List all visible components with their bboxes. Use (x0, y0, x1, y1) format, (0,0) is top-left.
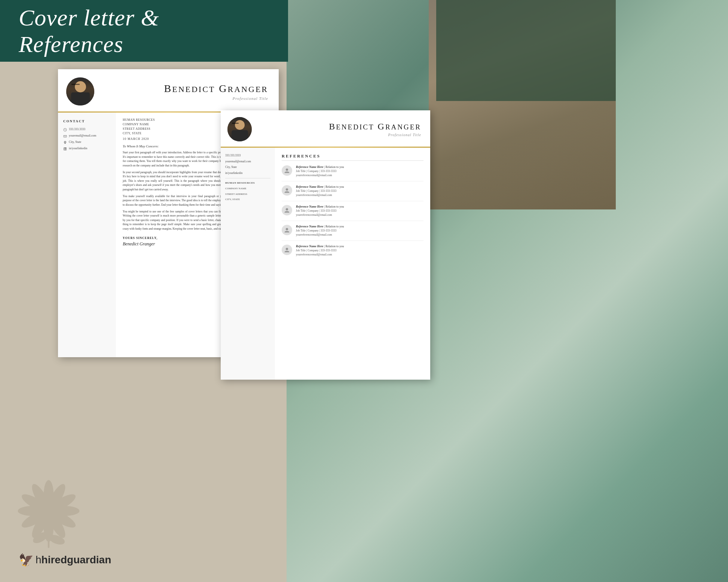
svg-point-16 (64, 128, 67, 131)
ref-person-icon-4 (282, 225, 292, 235)
ref-linkedin: in/yourlinkedin (225, 171, 270, 175)
reference-item-2: Reference Name Here | Relation to you Jo… (282, 185, 423, 201)
ref-name-3: Reference Name Here | Relation to you (296, 205, 423, 208)
ref-item-text-5: Reference Name Here | Relation to you Jo… (296, 245, 423, 257)
ref-name-5: Reference Name Here | Relation to you (296, 245, 423, 248)
floral-watermark (7, 470, 90, 552)
phone-icon (63, 128, 67, 132)
ref-job-1: Job Title | Company | 333-333-3333 (296, 169, 423, 174)
phone-text: 333.333.3333 (69, 128, 85, 131)
svg-point-25 (286, 228, 288, 230)
ref-item-text-4: Reference Name Here | Relation to you Jo… (296, 225, 423, 237)
city-item: City, State (63, 140, 111, 144)
linkedin-text: in/yourlinkedin (69, 147, 87, 150)
ref-name-2: Reference Name Here | Relation to you (296, 185, 423, 189)
ref-job-4: Job Title | Company | 333-333-3333 (296, 229, 423, 233)
ref-email-3: yourreferenceemail@email.com (296, 213, 423, 217)
banner: Cover letter & References (0, 0, 288, 62)
ref-item-text-2: Reference Name Here | Relation to you Jo… (296, 185, 423, 197)
cover-letter-sidebar: CONTACT 333.333.3333 youremail@email.com (58, 113, 116, 357)
svg-point-12 (43, 505, 55, 517)
phone-item: 333.333.3333 (63, 128, 111, 132)
svg-rect-20 (64, 148, 65, 150)
svg-point-22 (286, 168, 288, 171)
cover-letter-name-area: Benedict Granger Professional Title (102, 83, 268, 101)
svg-point-18 (65, 142, 65, 143)
ref-city-state: CITY, STATE (225, 198, 270, 202)
ref-company: COMPANY NAME (225, 187, 270, 191)
cover-letter-header: Benedict Granger Professional Title (58, 69, 279, 112)
city-text: City, State (69, 140, 81, 144)
ref-recipient: HUMAN RESOURCES COMPANY NAME STREET ADDR… (225, 181, 270, 202)
ref-email-2: yourreferenceemail@email.com (296, 193, 423, 197)
cover-letter-name: Benedict Granger (102, 83, 268, 95)
logo-bird-icon: 🦅 (19, 553, 34, 567)
contact-label: CONTACT (63, 119, 111, 123)
reference-item-3: Reference Name Here | Relation to you Jo… (282, 205, 423, 221)
ref-city: City, State (225, 165, 270, 169)
ref-email-4: yourreferenceemail@email.com (296, 233, 423, 237)
ref-email-5: yourreferenceemail@email.com (296, 253, 423, 257)
ref-job-2: Job Title | Company | 333-333-3333 (296, 189, 423, 193)
ref-address: STREET ADDRESS (225, 193, 270, 196)
references-sidebar: 333.333.3333 youremail@email.com City, S… (221, 148, 275, 380)
location-icon (63, 141, 67, 144)
reference-item-1: Reference Name Here | Relation to you Jo… (282, 165, 423, 181)
references-header: Benedict Granger Professional Title (221, 110, 430, 147)
ref-phone: 333.333.3333 (225, 154, 270, 158)
email-icon (63, 134, 67, 138)
svg-point-26 (286, 248, 288, 250)
references-document: Benedict Granger Professional Title 333.… (221, 110, 430, 380)
svg-point-21 (64, 148, 65, 148)
logo: 🦅 hhiredguardian (19, 553, 111, 567)
sidebar-divider (225, 178, 270, 178)
ref-job-3: Job Title | Company | 333-333-3333 (296, 209, 423, 213)
reference-item-5: Reference Name Here | Relation to you Jo… (282, 245, 423, 260)
cover-letter-title: Professional Title (102, 96, 268, 101)
ref-person-icon-2 (282, 185, 292, 196)
email-item: youremail@email.com (63, 134, 111, 138)
ref-person-icon-1 (282, 165, 292, 176)
references-title: Professional Title (258, 133, 421, 137)
ref-dept: HUMAN RESOURCES (225, 181, 270, 185)
ref-email: youremail@email.com (225, 160, 270, 164)
dark-overlay (436, 0, 616, 101)
ref-email-1: yourreferenceemail@email.com (296, 174, 423, 178)
email-text: youremail@email.com (69, 134, 96, 137)
ref-item-text-1: Reference Name Here | Relation to you Jo… (296, 165, 423, 177)
ref-job-5: Job Title | Company | 333-333-3333 (296, 249, 423, 253)
ref-item-text-3: Reference Name Here | Relation to you Jo… (296, 205, 423, 217)
cover-letter-avatar (66, 77, 94, 105)
references-name-area: Benedict Granger Professional Title (258, 122, 421, 137)
reference-item-4: Reference Name Here | Relation to you Jo… (282, 225, 423, 241)
linkedin-icon (63, 147, 67, 151)
linkedin-item: in/yourlinkedin (63, 147, 111, 151)
svg-point-23 (286, 188, 288, 190)
ref-name-1: Reference Name Here | Relation to you (296, 165, 423, 169)
svg-rect-13 (48, 523, 49, 548)
references-main: REFERENCES Reference Name Here | Relatio… (275, 148, 430, 380)
ref-person-icon-3 (282, 205, 292, 215)
banner-title: Cover letter & References (19, 4, 269, 58)
logo-text: hhiredguardian (36, 554, 111, 566)
references-body: 333.333.3333 youremail@email.com City, S… (221, 148, 430, 380)
ref-name-4: Reference Name Here | Relation to you (296, 225, 423, 228)
ref-person-icon-5 (282, 245, 292, 255)
references-section-title: REFERENCES (282, 154, 423, 161)
references-avatar (227, 117, 252, 141)
svg-point-24 (286, 208, 288, 210)
references-name: Benedict Granger (258, 122, 421, 132)
